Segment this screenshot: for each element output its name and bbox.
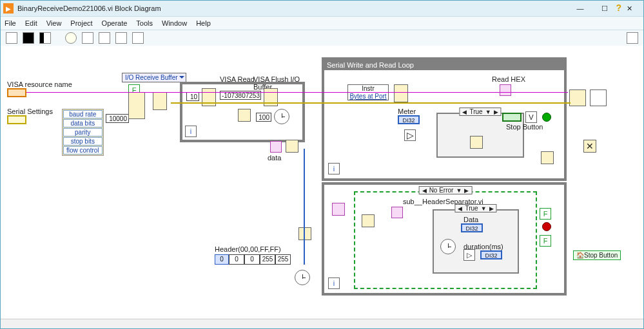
stop-button-local[interactable]: 🏠Stop Button	[573, 250, 621, 260]
titlebar[interactable]: ▶ BinaryReceiveDemo221006.vi Block Diagr…	[1, 1, 643, 17]
setting-parity[interactable]: parity	[63, 128, 102, 136]
header-string-terminal[interactable]	[391, 207, 403, 218]
instr-label: Instr	[362, 85, 374, 92]
stop-led-red-icon	[542, 222, 551, 231]
header-el-1[interactable]: 0	[244, 254, 260, 265]
duration-terminal[interactable]: DI32	[480, 250, 502, 259]
data-out-label: Data	[463, 216, 478, 223]
menu-window[interactable]: Window	[162, 19, 187, 27]
menu-file[interactable]: File	[5, 19, 16, 27]
loop-iteration-terminal: i	[185, 126, 197, 137]
compare-node[interactable]: ▷	[404, 129, 416, 141]
serial-settings-terminal[interactable]	[7, 115, 26, 124]
visa-resource-terminal[interactable]	[7, 88, 26, 97]
read-hex-indicator[interactable]	[500, 84, 511, 96]
horizontal-scrollbar[interactable]	[1, 319, 643, 328]
menu-operate[interactable]: Operate	[102, 19, 128, 27]
bytes-at-port-label[interactable]: Bytes at Port	[349, 93, 386, 100]
menu-view[interactable]: View	[46, 19, 62, 27]
visa-configure-serial-node[interactable]	[128, 92, 145, 119]
setting-stop-bits[interactable]: stop bits	[63, 137, 102, 146]
run-button[interactable]	[6, 32, 17, 44]
read-hex-label: Read HEX	[492, 75, 525, 83]
string-concat-node[interactable]	[332, 203, 345, 216]
error-case-structure[interactable]: ◀No Error▼▶ sub__HeaderSeparator.vi ◀Tru…	[354, 191, 537, 289]
context-help-icon[interactable]: ?	[616, 3, 621, 13]
header-el-3[interactable]: 255	[275, 254, 291, 265]
wait-ms-timer-icon[interactable]	[274, 109, 289, 124]
case-selector-true[interactable]: ◀True▼▶	[459, 108, 501, 116]
header-array-constant[interactable]: 0 0 0 255 255	[215, 254, 291, 265]
vi-icon[interactable]	[627, 32, 638, 44]
meter-terminal[interactable]: DI32	[398, 115, 420, 124]
step-into-button[interactable]	[99, 32, 110, 44]
visa-read-while-loop[interactable]: VISA Read VISA Flush I/O Buffer 10 -1073…	[180, 82, 305, 142]
serial-settings-label: Serial Settings	[7, 108, 53, 115]
inner-case-selector[interactable]: ◀True▼▶	[454, 204, 496, 212]
data-label: data	[268, 154, 281, 162]
error-out-terminal[interactable]	[590, 89, 607, 106]
unbundle-node[interactable]	[362, 214, 375, 227]
lower-while-loop[interactable]: ◀No Error▼▶ sub__HeaderSeparator.vi ◀Tru…	[322, 182, 567, 296]
serial-write-read-loop[interactable]: Serial Write and Read Loop Instr Bytes a…	[322, 57, 567, 181]
visa-close-node[interactable]	[569, 89, 586, 106]
io-buffer-enum[interactable]: I/O Receive Buffer	[122, 73, 186, 82]
maximize-button[interactable]: ☐	[593, 2, 616, 15]
timer-icon-3[interactable]	[295, 270, 310, 285]
stop-button-label: Stop Button	[506, 123, 543, 131]
retain-wire-button[interactable]	[82, 32, 93, 44]
inner-case-true[interactable]: ◀True▼▶ Data DI32 duration(ms) DI32 ▷	[433, 209, 519, 274]
header-index[interactable]: 0	[215, 254, 229, 265]
subvi-node-1[interactable]	[470, 136, 483, 149]
wait-ms-constant[interactable]: 100	[256, 113, 271, 122]
pause-button[interactable]	[39, 32, 51, 44]
build-array-node-2[interactable]	[298, 227, 311, 240]
subtract-node[interactable]: ▷	[463, 249, 475, 261]
setting-baud-rate[interactable]: baud rate	[63, 110, 102, 118]
labview-logo-icon: ▶	[3, 3, 14, 14]
app-window: ▶ BinaryReceiveDemo221006.vi Block Diagr…	[0, 0, 644, 329]
toolbar: ?	[1, 30, 643, 46]
visa-flush-label: VISA Flush I/O Buffer	[253, 75, 302, 91]
loop-condition-terminal[interactable]	[541, 151, 554, 164]
clear-error-node[interactable]	[238, 109, 251, 122]
diagram: VISA resource name I/O Receive Buffer F …	[1, 46, 643, 319]
step-over-button[interactable]	[115, 32, 127, 44]
highlight-exec-button[interactable]	[65, 32, 77, 44]
setting-flow-control[interactable]: flow control	[63, 146, 102, 155]
or-node[interactable]: V	[525, 111, 537, 123]
menu-edit[interactable]: Edit	[25, 19, 37, 27]
case-selector-noerror[interactable]: ◀No Error▼▶	[419, 186, 473, 194]
visa-set-buffer-node[interactable]	[153, 92, 167, 110]
setting-data-bits[interactable]: data bits	[63, 119, 102, 127]
false-constant-3[interactable]: F	[540, 235, 551, 247]
stop-led-icon	[542, 113, 551, 122]
menu-help[interactable]: Help	[196, 19, 211, 27]
data-out-terminal[interactable]: DI32	[461, 223, 483, 232]
header-el-0[interactable]: 0	[229, 254, 244, 265]
timeout-constant[interactable]: 10000	[106, 114, 129, 123]
visa-read-label: VISA Read	[220, 75, 255, 83]
menubar: File Edit View Project Operate Tools Win…	[1, 17, 643, 30]
block-diagram-canvas[interactable]: VISA resource name I/O Receive Buffer F …	[1, 46, 643, 319]
step-out-button[interactable]	[132, 32, 144, 44]
build-array-node-1[interactable]	[286, 140, 298, 153]
minimize-button[interactable]: —	[569, 2, 592, 15]
serial-settings-unbundle[interactable]: baud rate data bits parity stop bits flo…	[62, 109, 104, 156]
false-constant-2[interactable]: F	[540, 208, 551, 220]
meter-label: Meter	[398, 108, 416, 115]
menu-tools[interactable]: Tools	[136, 19, 153, 27]
header-label: Header(00,00,FF,FF)	[215, 245, 281, 253]
merge-errors-node[interactable]: ✕	[583, 140, 596, 153]
window-title: BinaryReceiveDemo221006.vi Block Diagram	[17, 5, 161, 12]
visa-read-node-2[interactable]	[394, 84, 408, 102]
timer-icon-2[interactable]	[440, 239, 456, 254]
data-string-terminal[interactable]	[270, 141, 282, 153]
menu-project[interactable]: Project	[70, 19, 92, 27]
loop-iteration-terminal-3: i	[328, 277, 340, 289]
visa-resource-label: VISA resource name	[7, 80, 72, 88]
header-el-2[interactable]: 255	[260, 254, 275, 265]
stop-bool-terminal[interactable]	[502, 113, 522, 122]
run-continuous-button[interactable]	[23, 32, 34, 44]
bytes-to-read-constant[interactable]: 10	[186, 92, 199, 101]
